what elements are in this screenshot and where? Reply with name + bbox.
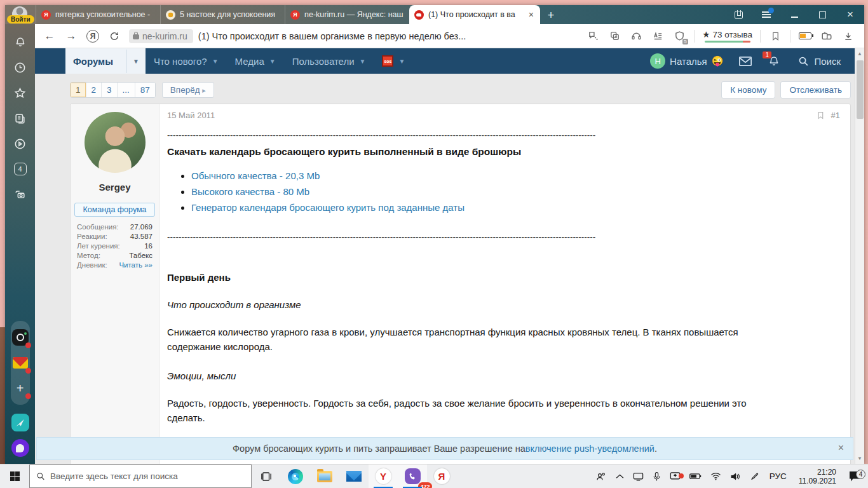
nav-whats-new[interactable]: Что нового? ▼: [146, 48, 227, 74]
task-view-icon[interactable]: [252, 464, 281, 488]
back-icon[interactable]: ←: [40, 27, 59, 46]
reload-icon[interactable]: [105, 27, 124, 46]
wifi-icon[interactable]: [706, 472, 726, 480]
language-indicator[interactable]: РУС: [764, 471, 792, 481]
volume-icon[interactable]: [726, 472, 745, 481]
people-icon[interactable]: [591, 471, 611, 482]
adblock-shield-icon[interactable]: 5: [670, 27, 689, 46]
tab-2[interactable]: 5 настоек для успокоения: [160, 5, 285, 24]
minimize-button[interactable]: [780, 5, 808, 24]
jump-to-new-button[interactable]: К новому: [721, 81, 775, 98]
history-clock-icon[interactable]: [11, 58, 30, 77]
search-input[interactable]: [50, 471, 245, 481]
bookmark-flag-icon[interactable]: [766, 27, 785, 46]
tabs-count-icon[interactable]: 4: [11, 159, 30, 179]
power-saving-icon[interactable]: [796, 27, 815, 46]
yandex-mail-icon[interactable]: [11, 353, 30, 372]
alerts-bell-icon[interactable]: 1: [760, 48, 788, 74]
recommendations-icon[interactable]: [583, 27, 602, 46]
start-button[interactable]: [0, 464, 29, 488]
battery-icon[interactable]: [685, 473, 706, 480]
post-number[interactable]: #1: [831, 111, 840, 120]
tab-1[interactable]: Я пятерка успокоительное -: [36, 5, 160, 24]
screen-share-icon[interactable]: [665, 471, 685, 481]
download-link[interactable]: Обычного качества - 20,3 Mb: [191, 170, 320, 181]
pen-icon[interactable]: [745, 471, 764, 481]
action-center-icon[interactable]: 4: [843, 471, 868, 482]
add-service-plus-icon[interactable]: +: [11, 379, 30, 398]
forum-search[interactable]: Поиск: [788, 48, 855, 74]
video-play-icon[interactable]: [11, 134, 30, 153]
scroll-up-icon[interactable]: ▲: [857, 48, 862, 59]
address-bar[interactable]: ne-kurim.ru (1) Что происходит в вашем о…: [126, 29, 581, 43]
diary-link[interactable]: Читать »»: [119, 261, 153, 269]
screenshot-camera-icon[interactable]: [11, 185, 30, 204]
download-link[interactable]: Высокого качества - 80 Mb: [191, 186, 309, 197]
forward-icon[interactable]: →: [62, 27, 81, 46]
maximize-button[interactable]: [808, 5, 836, 24]
post-date[interactable]: 15 Май 2011: [167, 111, 215, 120]
alice-assistant-icon[interactable]: [11, 438, 30, 458]
page-scrollbar[interactable]: ▲ ▼: [855, 48, 864, 464]
tray-chevron-up-icon[interactable]: [611, 473, 628, 479]
tab-panel-icon[interactable]: [724, 5, 752, 24]
site-rating[interactable]: ★ 73 отзыва: [700, 29, 755, 43]
download-link[interactable]: Генератор календаря бросающего курить по…: [191, 202, 465, 213]
login-badge[interactable]: Войти: [7, 15, 34, 24]
chevron-down-icon[interactable]: ▼: [126, 50, 146, 73]
page-1[interactable]: 1: [71, 83, 86, 97]
display-cast-icon[interactable]: [628, 471, 648, 481]
feed-articles-icon[interactable]: [11, 109, 30, 128]
browser-toolbar: ← → Я ne-kurim.ru (1) Что происходит в в…: [35, 24, 864, 48]
scroll-down-icon[interactable]: ▼: [857, 453, 862, 464]
yandex-browser-icon[interactable]: Y: [369, 464, 398, 488]
sidebar-services-group: +: [11, 321, 30, 405]
browser-profile-login[interactable]: Войти: [5, 5, 36, 24]
yandex-home-icon[interactable]: Я: [83, 27, 102, 46]
tab-3[interactable]: Я ne-kurim.ru — Яндекс: наш: [285, 5, 409, 24]
downloads-icon[interactable]: [839, 27, 858, 46]
mail-app-icon[interactable]: [339, 464, 369, 488]
collections-icon[interactable]: [817, 27, 836, 46]
headphones-icon[interactable]: [627, 27, 646, 46]
page-3[interactable]: 3: [102, 83, 118, 97]
edge-icon[interactable]: [281, 464, 310, 488]
browser-menu-icon[interactable]: [752, 5, 780, 24]
microphone-icon[interactable]: [648, 471, 665, 482]
page-87[interactable]: 87: [135, 83, 155, 97]
messenger-icon[interactable]: [11, 413, 30, 432]
close-button[interactable]: ×: [836, 5, 864, 24]
watch-thread-button[interactable]: Отслеживать: [780, 81, 851, 98]
inbox-envelope-icon[interactable]: [731, 48, 760, 74]
author-avatar[interactable]: [85, 112, 146, 173]
nav-forums[interactable]: Форумы ▼: [65, 48, 146, 74]
copy-page-icon[interactable]: [605, 27, 624, 46]
yandex-app-icon[interactable]: Я: [427, 464, 456, 488]
post-content: 15 Май 2011 #1 -------------------------…: [159, 104, 850, 464]
taskbar-search[interactable]: [29, 464, 252, 488]
clock[interactable]: 21:20 11.09.2021: [792, 468, 843, 485]
camera-record-icon[interactable]: [11, 328, 30, 347]
viber-icon[interactable]: 472: [398, 464, 427, 488]
page-2[interactable]: 2: [86, 83, 102, 97]
nav-sos[interactable]: sos ▼: [374, 48, 413, 74]
new-tab-button[interactable]: +: [540, 9, 562, 24]
bookmark-icon[interactable]: [817, 111, 825, 120]
enable-push-link[interactable]: включение push-уведомлений: [526, 444, 654, 454]
file-explorer-icon[interactable]: [310, 464, 339, 488]
banner-close-icon[interactable]: ×: [838, 442, 844, 454]
bookmarks-star-icon[interactable]: [11, 83, 30, 102]
nav-users[interactable]: Пользователи ▼: [284, 48, 374, 74]
scrollbar-thumb[interactable]: [857, 60, 864, 119]
reader-mode-icon[interactable]: [648, 27, 667, 46]
notifications-bell-icon[interactable]: [11, 32, 30, 51]
tab-close-icon[interactable]: ×: [527, 10, 535, 20]
stat-row: Реакции: 43.587: [77, 231, 153, 241]
tab-active[interactable]: (1) Что происходит в ва ×: [409, 5, 540, 24]
page-ellipsis[interactable]: ...: [118, 83, 135, 97]
account-menu[interactable]: H Наталья 😜: [642, 48, 731, 74]
author-name[interactable]: Sergey: [71, 182, 159, 193]
next-page-button[interactable]: Вперёд ▸: [162, 82, 214, 98]
nav-media[interactable]: Медиа ▼: [227, 48, 284, 74]
domain-chip[interactable]: ne-kurim.ru: [129, 29, 193, 43]
